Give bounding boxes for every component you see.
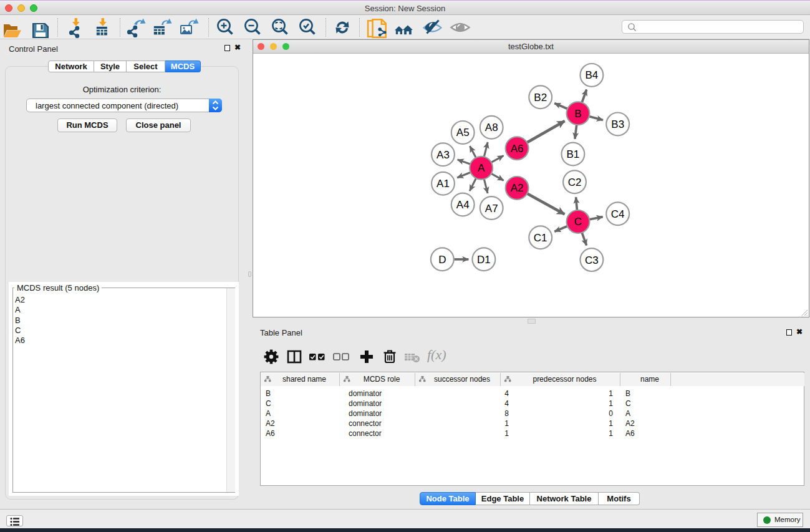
svg-text:C: C	[574, 216, 582, 228]
svg-text:A: A	[478, 162, 485, 174]
svg-text:B2: B2	[534, 92, 547, 104]
svg-text:C1: C1	[534, 232, 547, 244]
svg-text:B1: B1	[567, 148, 580, 160]
svg-text:B3: B3	[611, 118, 624, 130]
svg-text:A8: A8	[485, 122, 498, 133]
svg-text:C4: C4	[611, 208, 625, 220]
svg-text:A7: A7	[485, 203, 498, 215]
svg-text:A3: A3	[436, 149, 450, 161]
svg-text:D1: D1	[477, 254, 491, 266]
svg-text:B: B	[574, 108, 581, 120]
svg-text:B4: B4	[586, 69, 599, 81]
svg-text:C3: C3	[585, 254, 599, 266]
svg-text:A2: A2	[511, 182, 524, 194]
svg-text:A5: A5	[456, 127, 470, 138]
svg-text:C2: C2	[568, 177, 582, 188]
svg-text:A4: A4	[456, 199, 470, 211]
svg-text:A1: A1	[436, 178, 450, 190]
svg-text:D: D	[438, 254, 446, 266]
svg-text:A6: A6	[511, 143, 524, 155]
